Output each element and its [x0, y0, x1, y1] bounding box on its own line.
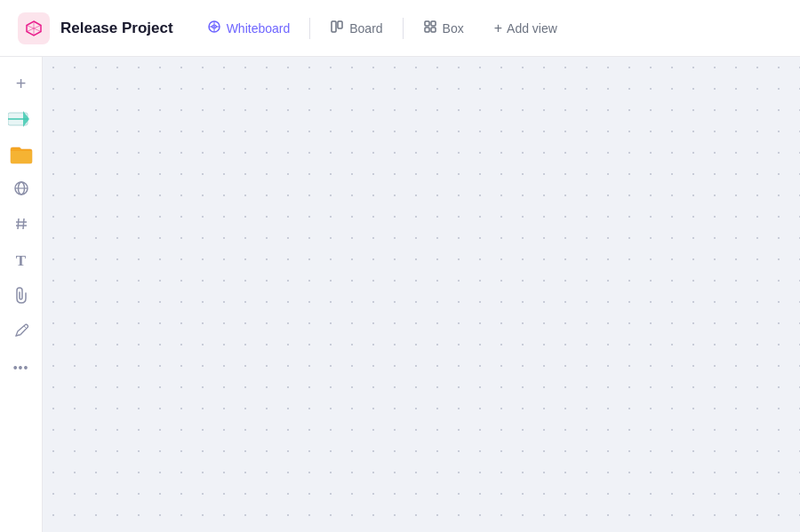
main-layout: +	[0, 57, 800, 532]
more-icon: •••	[13, 361, 29, 374]
sidebar-add-button[interactable]: +	[5, 67, 37, 99]
sidebar-more-button[interactable]: •••	[5, 352, 37, 384]
draw-icon	[13, 322, 29, 343]
project-title: Release Project	[60, 20, 173, 37]
add-view-label: Add view	[507, 21, 557, 36]
tab-whiteboard[interactable]: Whiteboard	[195, 14, 303, 42]
text-icon: T	[16, 252, 26, 270]
tab-divider	[309, 18, 310, 39]
tab-box[interactable]: Box	[411, 14, 476, 42]
svg-line-16	[23, 218, 24, 229]
box-icon	[423, 20, 437, 36]
sidebar-media-button[interactable]	[5, 103, 37, 135]
sidebar-attach-button[interactable]	[5, 281, 37, 313]
app-logo	[18, 12, 50, 44]
svg-line-20	[24, 326, 27, 329]
attach-icon	[14, 286, 28, 308]
tab-whiteboard-label: Whiteboard	[227, 21, 291, 36]
whiteboard-canvas[interactable]	[43, 57, 800, 532]
svg-rect-5	[425, 21, 429, 26]
tab-board-label: Board	[349, 21, 382, 36]
tab-box-label: Box	[443, 21, 464, 36]
svg-rect-6	[431, 21, 436, 26]
plus-icon: +	[16, 74, 27, 94]
globe-icon	[13, 180, 29, 201]
media-preview-icon	[8, 109, 35, 129]
svg-line-15	[18, 218, 19, 229]
add-view-plus-icon: +	[494, 20, 502, 36]
add-view-button[interactable]: + Add view	[484, 15, 568, 42]
sidebar-file-button[interactable]	[5, 139, 37, 171]
whiteboard-icon	[207, 20, 221, 36]
nav-tabs: Whiteboard Board	[195, 14, 568, 42]
svg-rect-4	[338, 21, 342, 28]
sidebar-draw-button[interactable]	[5, 316, 37, 348]
sidebar-hash-button[interactable]	[5, 210, 37, 242]
sidebar: +	[0, 57, 43, 532]
svg-rect-8	[431, 28, 436, 32]
hash-icon	[14, 217, 28, 235]
svg-rect-7	[425, 28, 429, 32]
folder-icon	[9, 144, 34, 165]
sidebar-globe-button[interactable]	[5, 174, 37, 206]
board-icon	[330, 20, 344, 36]
tab-board[interactable]: Board	[317, 14, 395, 42]
svg-rect-3	[332, 21, 336, 32]
tab-divider-2	[403, 18, 404, 39]
sidebar-text-button[interactable]: T	[5, 245, 37, 277]
app-header: Release Project Whiteboard	[0, 0, 800, 57]
